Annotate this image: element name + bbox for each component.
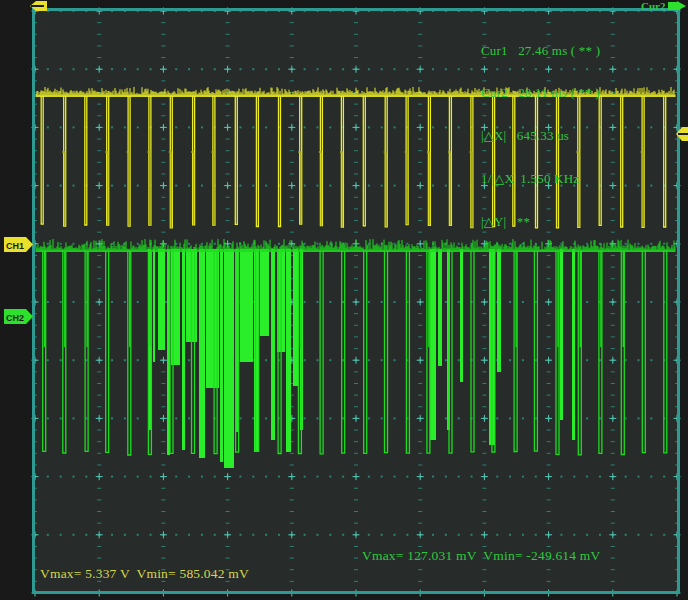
cursor2-label: Cur2 xyxy=(641,0,665,12)
ch1-vmax-vmin: Vmax= 5.337 V Vmin= 585.042 mV xyxy=(40,563,249,584)
cursor2-right-arrow-icon xyxy=(668,1,686,11)
cursor-line-dy: |△Y| ** xyxy=(481,215,600,229)
cursor-line-dx: |△X| 645.33 us xyxy=(481,129,600,143)
ch1-tag-label: CH1 xyxy=(6,241,24,251)
ch2-tag-label: CH2 xyxy=(6,313,24,323)
ch2-measurements: Vmax= 127.031 mV Vmin= -249.614 mV Vpp= … xyxy=(362,502,600,600)
ch2-vmax-vmin: Vmax= 127.031 mV Vmin= -249.614 mV xyxy=(362,545,600,566)
cursor-line-cur1: Cur1 27.46 ms ( ** ) xyxy=(481,44,600,58)
oscilloscope-screen: CH1 CH2 Cur2 Cur1 27.46 ms ( ** ) Cur2 2… xyxy=(0,0,688,600)
cursor-line-inv-dx: 1/|△X| 1.550 KHz xyxy=(481,172,600,186)
cursor-line-cur2: Cur2 28.11 ms ( ** ) xyxy=(481,86,600,100)
ch1-measurements: Vmax= 5.337 V Vmin= 585.042 mV Vpp= 4.75… xyxy=(40,521,249,600)
cursor-readout: Cur1 27.46 ms ( ** ) Cur2 28.11 ms ( ** … xyxy=(481,15,600,258)
cursor2-indicator[interactable]: Cur2 xyxy=(641,0,686,12)
